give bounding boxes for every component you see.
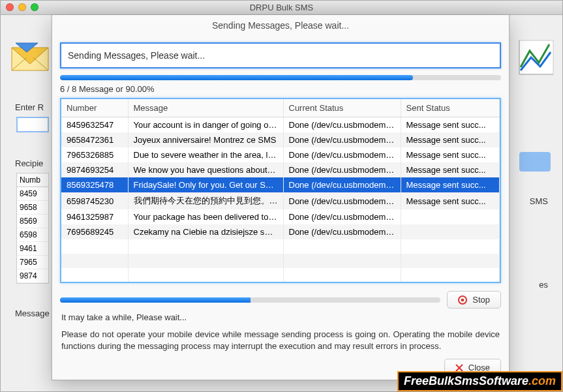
- cell-status: Done (/dev/cu.usbmodem6...: [283, 209, 401, 224]
- main-progress-fill: [60, 75, 413, 80]
- cell-status: Done (/dev/cu.usbmodem6...: [283, 132, 401, 147]
- main-window: DRPU Bulk SMS Enter R Recipie Numb 84599…: [0, 0, 563, 392]
- cell-message: Due to severe weather in the area, loca: [128, 147, 283, 162]
- table-row[interactable]: 9658472361Joyeux anniversaire! Montrez c…: [61, 132, 500, 147]
- cell-status: Done (/dev/cu.usbmodem6...: [283, 147, 401, 162]
- cell-number: 9874693254: [61, 162, 128, 177]
- cell-sent: Message sent succ...: [401, 192, 500, 209]
- cell-sent: [401, 224, 500, 239]
- window-minimize-button[interactable]: [18, 3, 26, 11]
- table-row[interactable]: 8459632547Your account is in danger of g…: [61, 117, 500, 133]
- cell-status: Done (/dev/cu.usbmodem6...: [283, 224, 401, 239]
- bg-number-row: 6598: [17, 228, 48, 242]
- bg-number-row: 8569: [17, 215, 48, 228]
- table-row[interactable]: 6598745230我們期待今天在您的預約中見到您。 為Done (/dev/c…: [61, 192, 500, 209]
- cell-number: 8569325478: [61, 177, 128, 192]
- cell-status: Done (/dev/cu.usbmodem6...: [283, 162, 401, 177]
- recipient-input-partial[interactable]: [16, 117, 49, 132]
- cell-number: 9658472361: [61, 132, 128, 147]
- column-header[interactable]: Number: [61, 99, 128, 117]
- window-close-button[interactable]: [6, 3, 14, 11]
- dialog-title: Sending Messages, Please wait...: [52, 15, 509, 37]
- window-title: DRPU Bulk SMS: [250, 3, 314, 12]
- cell-sent: Message sent succ...: [401, 117, 500, 133]
- messages-table: NumberMessageCurrent StatusSent Status 8…: [60, 98, 501, 283]
- stop-label: Stop: [472, 295, 490, 305]
- cell-number: 7695689245: [61, 224, 128, 239]
- cell-message: FridaySale! Only for you. Get our Servic…: [128, 177, 283, 192]
- chart-icon: [517, 38, 556, 77]
- bg-number-row: 8459: [17, 187, 48, 201]
- right-panel-partial: [519, 152, 551, 172]
- secondary-progress-fill: [60, 297, 251, 303]
- cell-status: Done (/dev/cu.usbmodem6...: [283, 177, 401, 192]
- cell-message: We know you have questions about wh: [128, 162, 283, 177]
- window-controls: [6, 3, 38, 11]
- es-label: es: [539, 280, 548, 290]
- bg-number-row: 9461: [17, 242, 48, 256]
- main-progress-bar: [60, 75, 501, 80]
- status-box: Sending Messages, Please wait...: [60, 42, 501, 68]
- recipients-label: Recipie: [15, 158, 43, 168]
- bg-number-row: 9874: [17, 269, 48, 283]
- counter-text: 6 / 8 Message or 90.00%: [60, 84, 501, 94]
- enter-recipient-label: Enter R: [15, 102, 44, 112]
- cell-number: 6598745230: [61, 192, 128, 209]
- cell-sent: Message sent succ...: [401, 162, 500, 177]
- table-row-empty: [61, 239, 500, 254]
- sending-dialog: Sending Messages, Please wait... Sending…: [52, 15, 510, 380]
- column-header[interactable]: Sent Status: [401, 99, 500, 117]
- cell-message: Your account is in danger of going over: [128, 117, 283, 133]
- wait-text: It may take a while, Please wait...: [61, 312, 500, 322]
- table-row-empty: [61, 268, 500, 282]
- secondary-progress-bar: [60, 297, 440, 303]
- bg-number-row: 9658: [17, 201, 48, 215]
- column-header[interactable]: Message: [128, 99, 283, 117]
- cell-message: 我們期待今天在您的預約中見到您。 為: [128, 192, 283, 209]
- watermark: FreeBulkSmsSoftware.com: [397, 371, 562, 391]
- table-row[interactable]: 7965326885Due to severe weather in the a…: [61, 147, 500, 162]
- cell-number: 9461325987: [61, 209, 128, 224]
- cell-message: Czekamy na Ciebie na dzisiejsze spotk: [128, 224, 283, 239]
- recipients-header: Numb: [17, 173, 48, 187]
- window-zoom-button[interactable]: [31, 3, 38, 11]
- messages-label: Message: [15, 309, 50, 318]
- column-header[interactable]: Current Status: [283, 99, 401, 117]
- cell-number: 8459632547: [61, 117, 128, 133]
- titlebar: DRPU Bulk SMS: [1, 1, 562, 15]
- recipients-table-partial: Numb 8459965885696598946179659874: [16, 173, 49, 284]
- stop-button[interactable]: Stop: [447, 291, 501, 309]
- cell-number: 7965326885: [61, 147, 128, 162]
- envelope-icon: [10, 38, 50, 77]
- cell-sent: Message sent succ...: [401, 177, 500, 192]
- cell-message: Your package has been delivered to th: [128, 209, 283, 224]
- table-row[interactable]: 9874693254We know you have questions abo…: [61, 162, 500, 177]
- table-row-empty: [61, 282, 500, 283]
- bg-number-row: 7965: [17, 256, 48, 269]
- table-row-empty: [61, 254, 500, 268]
- cell-status: Done (/dev/cu.usbmodem6...: [283, 192, 401, 209]
- table-row[interactable]: 8569325478FridaySale! Only for you. Get …: [61, 177, 500, 192]
- cell-sent: Message sent succ...: [401, 132, 500, 147]
- stop-icon: [458, 295, 467, 305]
- sms-label: SMS: [530, 196, 548, 206]
- cell-sent: [401, 209, 500, 224]
- cell-sent: Message sent succ...: [401, 147, 500, 162]
- cell-status: Done (/dev/cu.usbmodem6...: [283, 117, 401, 133]
- table-row[interactable]: 7695689245Czekamy na Ciebie na dzisiejsz…: [61, 224, 500, 239]
- cell-message: Joyeux anniversaire! Montrez ce SMS: [128, 132, 283, 147]
- note-text: Please do not operate your mobile device…: [61, 329, 500, 352]
- table-row[interactable]: 9461325987Your package has been delivere…: [61, 209, 500, 224]
